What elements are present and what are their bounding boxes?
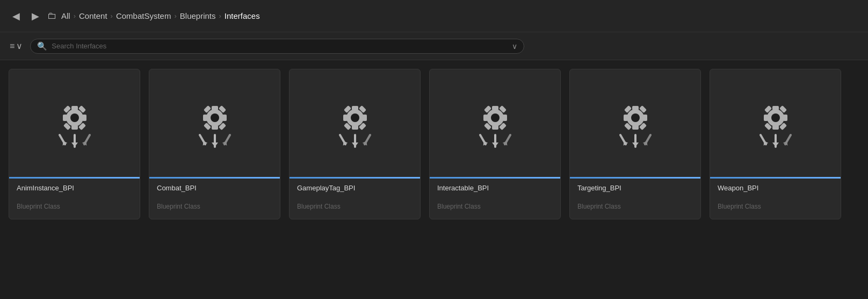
card-name: AnimInstance_BPI bbox=[17, 184, 132, 192]
svg-point-89 bbox=[771, 113, 780, 122]
card-label-area: Targeting_BPI Blueprint Class bbox=[570, 179, 700, 219]
back-button[interactable]: ◀ bbox=[9, 9, 24, 24]
card-label-area: GameplayTag_BPI Blueprint Class bbox=[290, 179, 420, 219]
asset-card[interactable]: GameplayTag_BPI Blueprint Class bbox=[289, 69, 421, 219]
folder-icon: 🗀 bbox=[47, 10, 57, 22]
svg-point-73 bbox=[631, 113, 640, 122]
card-name: GameplayTag_BPI bbox=[297, 184, 413, 192]
card-icon-area bbox=[710, 69, 841, 177]
search-container: 🔍 ∨ bbox=[30, 39, 524, 54]
card-name: Interactable_BPI bbox=[437, 184, 553, 192]
card-type: Blueprint Class bbox=[297, 203, 413, 216]
blueprint-interface-icon bbox=[328, 102, 382, 150]
breadcrumb-blueprints[interactable]: Blueprints bbox=[180, 11, 216, 20]
sep-2: › bbox=[111, 12, 113, 20]
filter-icon: ≡ bbox=[10, 41, 15, 51]
sep-4: › bbox=[219, 12, 221, 20]
asset-card[interactable]: Combat_BPI Blueprint Class bbox=[149, 69, 280, 219]
card-label-area: Combat_BPI Blueprint Class bbox=[149, 179, 280, 219]
svg-point-9 bbox=[70, 113, 79, 122]
svg-point-57 bbox=[491, 113, 500, 122]
svg-marker-61 bbox=[492, 143, 498, 147]
card-icon-area bbox=[430, 69, 560, 177]
blueprint-interface-icon bbox=[188, 102, 242, 150]
blueprint-interface-icon bbox=[48, 102, 102, 150]
card-label-area: Interactable_BPI Blueprint Class bbox=[430, 179, 560, 219]
search-dropdown-icon[interactable]: ∨ bbox=[512, 42, 517, 51]
svg-marker-13 bbox=[71, 143, 78, 147]
card-icon-area bbox=[570, 69, 700, 177]
card-label-area: AnimInstance_BPI Blueprint Class bbox=[9, 179, 140, 219]
search-icon: 🔍 bbox=[37, 41, 47, 51]
toolbar-bar: ≡ ∨ 🔍 ∨ bbox=[0, 32, 868, 60]
forward-button[interactable]: ▶ bbox=[28, 9, 43, 24]
svg-point-41 bbox=[351, 113, 359, 122]
card-name: Combat_BPI bbox=[157, 184, 272, 192]
card-type: Blueprint Class bbox=[718, 203, 833, 216]
breadcrumb-combatsystem[interactable]: CombatSystem bbox=[116, 11, 171, 20]
card-icon-area bbox=[9, 69, 140, 177]
breadcrumb: All › Content › CombatSystem › Blueprint… bbox=[61, 11, 260, 20]
filter-dropdown-icon: ∨ bbox=[16, 41, 23, 51]
svg-marker-77 bbox=[632, 143, 639, 147]
card-type: Blueprint Class bbox=[437, 203, 553, 216]
card-icon-area bbox=[149, 69, 280, 177]
card-name: Targeting_BPI bbox=[577, 184, 693, 192]
card-type: Blueprint Class bbox=[577, 203, 693, 216]
asset-card[interactable]: Weapon_BPI Blueprint Class bbox=[710, 69, 841, 219]
card-type: Blueprint Class bbox=[157, 203, 272, 216]
filter-button[interactable]: ≡ ∨ bbox=[6, 39, 26, 53]
svg-marker-29 bbox=[212, 143, 218, 147]
svg-point-25 bbox=[211, 113, 219, 122]
breadcrumb-content[interactable]: Content bbox=[79, 11, 107, 20]
asset-card[interactable]: AnimInstance_BPI Blueprint Class bbox=[9, 69, 140, 219]
content-area: AnimInstance_BPI Blueprint Class bbox=[0, 60, 868, 228]
card-name: Weapon_BPI bbox=[718, 184, 833, 192]
card-icon-area bbox=[290, 69, 420, 177]
asset-card[interactable]: Interactable_BPI Blueprint Class bbox=[429, 69, 561, 219]
asset-card[interactable]: Targeting_BPI Blueprint Class bbox=[569, 69, 701, 219]
breadcrumb-interfaces[interactable]: Interfaces bbox=[225, 11, 260, 20]
header-bar: ◀ ▶ 🗀 All › Content › CombatSystem › Blu… bbox=[0, 0, 868, 32]
blueprint-interface-icon bbox=[609, 102, 662, 150]
card-type: Blueprint Class bbox=[17, 203, 132, 216]
svg-marker-45 bbox=[352, 143, 358, 147]
breadcrumb-all[interactable]: All bbox=[61, 11, 70, 20]
blueprint-interface-icon bbox=[749, 102, 802, 150]
blueprint-interface-icon bbox=[468, 102, 522, 150]
sep-1: › bbox=[74, 12, 76, 20]
search-input[interactable] bbox=[52, 42, 508, 50]
card-label-area: Weapon_BPI Blueprint Class bbox=[710, 179, 841, 219]
svg-marker-93 bbox=[772, 143, 779, 147]
sep-3: › bbox=[174, 12, 176, 20]
